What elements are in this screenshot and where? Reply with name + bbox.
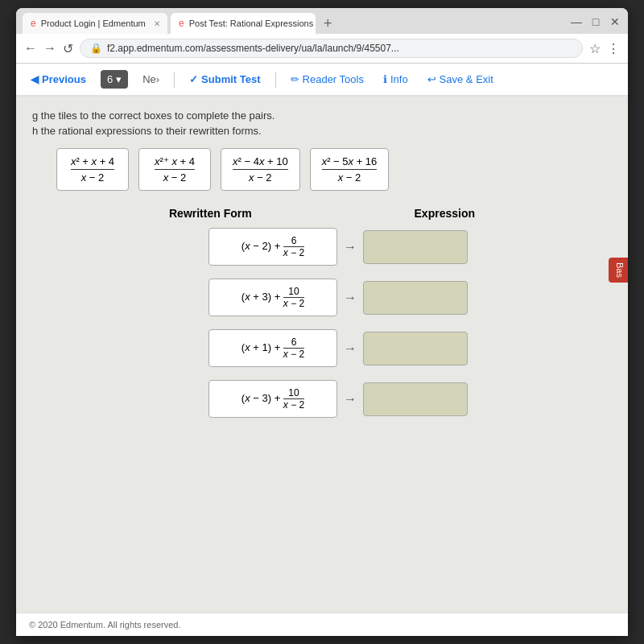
drop-target-2[interactable] — [363, 281, 468, 315]
refresh-button[interactable]: ↺ — [63, 41, 73, 56]
rewritten-form-3: (x + 1) + 6 x − 2 — [208, 329, 337, 367]
column-headers: Rewritten Form Expression — [153, 207, 491, 220]
save-exit-label: Save & Exit — [440, 73, 493, 85]
pair-row-2: (x + 3) + 10 x − 2 → — [208, 279, 468, 316]
drag-tiles-area: x² + x + 4 x − 2 x²⁺ x + 4 x − 2 x² − 4x… — [32, 148, 612, 191]
save-exit-button[interactable]: ↩ Save & Exit — [423, 70, 498, 89]
tab-icon-2: e — [179, 18, 184, 29]
pair-row-3: (x + 1) + 6 x − 2 → — [208, 329, 468, 367]
url-bar[interactable]: 🔒 f2.app.edmentum.com/assessments-delive… — [80, 39, 583, 58]
question-number[interactable]: 6 ▾ — [101, 70, 128, 89]
footer: © 2020 Edmentum. All rights reserved. — [16, 613, 628, 636]
instruction-line1: g the tiles to the correct boxes to comp… — [32, 109, 612, 122]
tab-bar: e Product Login | Edmentum ✕ e Post Test… — [16, 8, 628, 34]
pair-row-1: (x − 2) + 6 x − 2 → — [208, 228, 468, 266]
lock-icon: 🔒 — [90, 43, 102, 54]
previous-icon: ◀ — [31, 73, 39, 85]
tab-close-1[interactable]: ✕ — [154, 19, 160, 28]
side-panel[interactable]: Bas — [609, 258, 628, 283]
address-bar: ← → ↺ 🔒 f2.app.edmentum.com/assessments-… — [16, 34, 628, 64]
right-column-header: Expression — [415, 207, 475, 220]
reader-tools-label: Reader Tools — [303, 73, 364, 85]
next-label: Ne› — [142, 73, 159, 85]
rewritten-form-1: (x − 2) + 6 x − 2 — [208, 228, 337, 266]
save-exit-icon: ↩ — [427, 73, 436, 85]
tab-label-2: Post Test: Rational Expressions — [189, 19, 313, 28]
tab-product-login[interactable]: e Product Login | Edmentum ✕ — [23, 13, 167, 34]
pair-row-4: (x − 3) + 10 x − 2 → — [208, 380, 468, 418]
submit-label: Submit Test — [201, 73, 260, 85]
tile-2[interactable]: x²⁺ x + 4 x − 2 — [138, 148, 211, 191]
drop-target-4[interactable] — [363, 382, 468, 416]
arrow-1: → — [344, 240, 357, 254]
previous-button[interactable]: ◀ Previous — [26, 70, 91, 89]
info-label: Info — [390, 73, 408, 85]
main-content: g the tiles to the correct boxes to comp… — [16, 97, 628, 613]
previous-label: Previous — [42, 73, 86, 85]
tab-label-1: Product Login | Edmentum — [41, 19, 146, 28]
close-button[interactable]: ✕ — [609, 15, 621, 28]
matching-pairs: (x − 2) + 6 x − 2 → (x + 3) + 10 x − 2 → — [32, 228, 612, 418]
side-panel-label: Bas — [615, 262, 625, 278]
arrow-4: → — [344, 392, 357, 407]
instruction-line2: h the rational expressions to their rewr… — [32, 125, 612, 137]
reader-tools-icon: ✏ — [291, 73, 299, 85]
submit-icon: ✓ — [189, 73, 198, 85]
toolbar: ◀ Previous 6 ▾ Ne› ✓ Submit Test ✏ Reade… — [16, 64, 628, 97]
browser-window: e Product Login | Edmentum ✕ e Post Test… — [16, 8, 628, 636]
drop-target-1[interactable] — [363, 230, 468, 264]
info-icon: ℹ — [383, 73, 387, 85]
forward-button[interactable]: → — [43, 41, 56, 56]
tile-3[interactable]: x² − 4x + 10 x − 2 — [221, 148, 300, 191]
back-button[interactable]: ← — [24, 41, 37, 56]
maximize-button[interactable]: □ — [589, 15, 602, 28]
arrow-3: → — [344, 341, 357, 356]
rewritten-form-4: (x − 3) + 10 x − 2 — [208, 380, 337, 418]
new-tab-button[interactable]: + — [319, 15, 337, 32]
next-button[interactable]: Ne› — [138, 70, 164, 89]
rewritten-form-2: (x + 3) + 10 x − 2 — [208, 279, 337, 316]
reader-tools-button[interactable]: ✏ Reader Tools — [286, 70, 369, 89]
drop-target-3[interactable] — [363, 332, 468, 365]
bookmarks-button[interactable]: ☆ — [589, 41, 601, 56]
url-text: f2.app.edmentum.com/assessments-delivery… — [107, 43, 399, 54]
divider-1 — [174, 72, 175, 88]
tile-4[interactable]: x² − 5x + 16 x − 2 — [310, 148, 390, 191]
tab-icon-1: e — [31, 18, 36, 29]
minimize-button[interactable]: — — [570, 15, 583, 28]
window-controls: — □ ✕ — [570, 15, 621, 31]
tab-post-test[interactable]: e Post Test: Rational Expressions ✕ — [171, 13, 316, 34]
left-column-header: Rewritten Form — [169, 207, 252, 220]
submit-test-button[interactable]: ✓ Submit Test — [184, 70, 265, 89]
info-button[interactable]: ℹ Info — [378, 70, 413, 89]
footer-copyright: © 2020 Edmentum. All rights reserved. — [29, 620, 180, 630]
menu-button[interactable]: ⋮ — [607, 41, 620, 56]
divider-2 — [275, 72, 276, 88]
tile-1[interactable]: x² + x + 4 x − 2 — [56, 148, 129, 191]
arrow-2: → — [344, 291, 357, 305]
